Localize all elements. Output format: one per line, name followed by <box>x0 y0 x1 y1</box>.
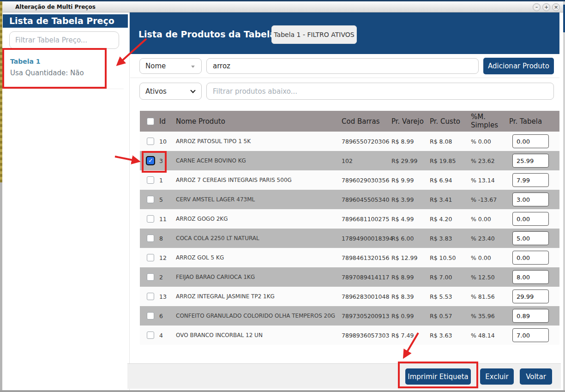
column-header-id: Id <box>159 117 176 126</box>
table-price-input[interactable] <box>512 309 549 323</box>
add-product-button[interactable]: Adicionar Produto <box>483 58 554 74</box>
cell-product-name: ARROZ 7 CEREAIS INTEGRAIS PARIS 500G <box>176 177 342 183</box>
table-price-input[interactable] <box>512 154 549 168</box>
row-checkbox[interactable] <box>147 293 154 300</box>
row-checkbox[interactable] <box>147 196 154 203</box>
cell-barcode: 7898936057303 <box>342 332 391 339</box>
table-price-input[interactable] <box>512 193 549 206</box>
cell-cost-price: R$ 8.08 <box>430 138 471 145</box>
cell-cost-price: R$ 6.94 <box>430 177 471 184</box>
table-price-input[interactable] <box>512 251 549 265</box>
cell-margin: % 0.00 <box>471 254 509 261</box>
cell-margin: % 0.00 <box>471 216 509 223</box>
selected-table-badge[interactable]: Tabela 1 - FILTRO ATIVOS <box>271 25 357 44</box>
row-checkbox[interactable] <box>147 138 154 145</box>
sidebar-item-name: Tabela 1 <box>10 58 41 65</box>
cell-product-name: CARNE ACEM BOVINO KG <box>176 157 342 164</box>
cell-product-name: ARROZ PATOSUL TIPO 1 5K <box>176 138 342 145</box>
row-checkbox[interactable] <box>147 176 154 184</box>
cell-product-name: OVO BRANCO INCORBAL 12 UN <box>176 332 342 338</box>
table-price-input[interactable] <box>512 231 549 245</box>
table-header-row: Id Nome Produto Cod Barras Pr. Varejo Pr… <box>140 111 559 132</box>
cell-barcode: 7898461320156 <box>342 254 391 261</box>
row-checkbox[interactable] <box>147 215 154 223</box>
product-search-input[interactable] <box>206 58 479 74</box>
minimize-button[interactable]: – <box>533 3 541 11</box>
cell-retail-price: R$ 6.00 <box>391 235 430 242</box>
column-header-pr-custo: Pr. Custo <box>430 117 471 126</box>
row-checkbox[interactable] <box>147 332 154 339</box>
print-label-button[interactable]: Imprimir Etiqueta <box>405 368 471 385</box>
page-title: Lista de Produtos da Tabela: <box>138 29 279 39</box>
main-header: Lista de Produtos da Tabela: Tabela 1 - … <box>130 12 559 54</box>
close-button[interactable]: × <box>552 3 560 11</box>
table-price-input[interactable] <box>512 289 549 303</box>
cell-retail-price: R$ 3.99 <box>391 196 430 203</box>
section-divider <box>130 78 559 78</box>
delete-button[interactable]: Excluir <box>480 368 514 385</box>
chevron-down-icon <box>191 66 195 68</box>
cell-barcode: 102 <box>342 157 391 164</box>
background-edge-right <box>563 1 565 390</box>
row-checkbox[interactable] <box>147 273 154 281</box>
cell-retail-price: R$ 12.99 <box>391 254 430 261</box>
sidebar-title: Lista de Tabela Preço <box>3 14 128 28</box>
table-price-input[interactable] <box>512 328 549 342</box>
cell-barcode: 7896681100275 <box>342 216 391 223</box>
cell-id: 4 <box>159 332 176 339</box>
table-price-input[interactable] <box>512 173 549 187</box>
column-header-margem-simples: %M. Simples <box>471 113 499 129</box>
cell-retail-price: R$ 9.99 <box>391 177 430 184</box>
cell-barcode: 7897305200913 <box>342 313 391 320</box>
status-filter-select[interactable]: Ativos <box>139 83 202 100</box>
table-price-input[interactable] <box>512 270 549 284</box>
cell-barcode: 17894900018394 <box>342 235 391 242</box>
sidebar-item-tabela1[interactable]: Tabela 1 Usa Quantidade: Não <box>4 51 124 89</box>
column-header-nome-produto: Nome Produto <box>176 117 342 126</box>
cell-product-name: CONFEITO GRANULADO COLORIDO OLHA TEMPERO… <box>176 313 342 319</box>
cell-margin: % 48.14 <box>471 332 509 339</box>
status-filter-select-value: Ativos <box>145 87 167 96</box>
table-row: 1 ARROZ 7 CEREAIS INTEGRAIS PARIS 500G 7… <box>140 170 559 190</box>
select-all-checkbox[interactable] <box>147 118 154 125</box>
cell-product-name: ARROZ GOL 5 KG <box>176 254 342 261</box>
cell-cost-price: R$ 10.50 <box>430 254 471 261</box>
chevron-down-icon <box>190 88 195 93</box>
table-row: 6 CONFEITO GRANULADO COLORIDO OLHA TEMPE… <box>140 306 559 326</box>
sidebar-item-subtitle: Usa Quantidade: Não <box>10 69 84 77</box>
cell-retail-price: R$ 8.39 <box>391 293 430 300</box>
cell-retail-price: R$ 7.49 <box>391 332 430 339</box>
row-checkbox[interactable] <box>147 254 154 261</box>
cell-margin: % 13.14 <box>471 177 509 184</box>
cell-product-name: ARROZ GOGO 2KG <box>176 216 342 222</box>
column-header-pr-tabela: Pr. Tabela <box>509 117 559 126</box>
table-row: 12 ARROZ GOL 5 KG 7898461320156 R$ 12.99… <box>140 248 559 267</box>
cell-margin: % 23.62 <box>471 157 509 164</box>
cell-retail-price: R$ 4.99 <box>391 216 430 223</box>
table-price-input[interactable] <box>512 134 549 148</box>
product-filter-input[interactable] <box>206 83 554 100</box>
maximize-button[interactable]: + <box>542 3 550 11</box>
cell-margin: % -13.67 <box>471 196 509 203</box>
cell-id: 5 <box>159 196 176 203</box>
window-titlebar[interactable]: Alteração de Multi Preços – + × <box>2 1 563 12</box>
screen: Alteração de Multi Preços – + × Lista de… <box>0 0 565 392</box>
search-field-select[interactable]: Nome <box>139 58 202 74</box>
cell-cost-price: R$ 3.41 <box>430 196 471 203</box>
cell-margin: % 81.56 <box>471 293 509 300</box>
cell-product-name: FEIJAO BARAO CARIOCA 1KG <box>176 274 342 280</box>
cell-product-name: ARROZ INTEGRAL JASMINE TP2 1KG <box>176 293 342 300</box>
table-price-input[interactable] <box>512 212 549 226</box>
window-title: Alteração de Multi Preços <box>15 1 96 12</box>
row-checkbox[interactable] <box>147 312 154 320</box>
table-row: 10 ARROZ PATOSUL TIPO 1 5K 7896550720306… <box>140 132 559 151</box>
row-checkbox[interactable] <box>147 157 154 164</box>
cell-cost-price: R$ 0.57 <box>430 313 471 320</box>
table-row: 4 OVO BRANCO INCORBAL 12 UN 789893605730… <box>140 326 559 345</box>
sidebar-filter-input[interactable] <box>9 31 119 49</box>
cell-barcode: 7896283001048 <box>342 293 391 300</box>
column-header-cod-barras: Cod Barras <box>342 117 391 126</box>
row-checkbox[interactable] <box>147 235 154 242</box>
cell-barcode: 7896550720306 <box>342 138 391 145</box>
back-button[interactable]: Voltar <box>520 368 552 385</box>
